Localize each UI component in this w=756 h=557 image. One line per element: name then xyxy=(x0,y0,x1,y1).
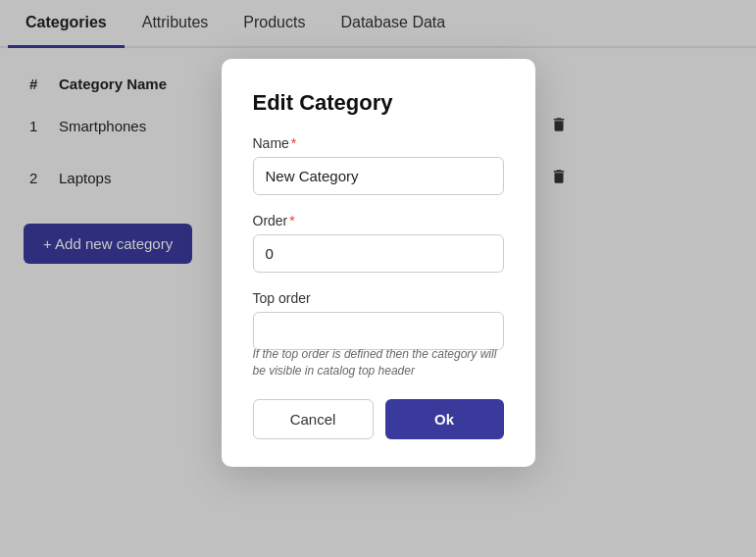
order-input[interactable] xyxy=(253,234,504,273)
order-required-star: * xyxy=(289,213,294,228)
top-order-hint: If the top order is defined then the cat… xyxy=(253,346,504,380)
modal-actions: Cancel Ok xyxy=(253,399,504,439)
name-input[interactable] xyxy=(253,157,504,195)
order-label: Order* xyxy=(253,213,504,228)
cancel-button[interactable]: Cancel xyxy=(253,399,374,439)
name-required-star: * xyxy=(291,135,296,151)
name-label: Name* xyxy=(253,135,504,151)
edit-category-modal: Edit Category Name* Order* Top order If … xyxy=(222,59,535,467)
top-order-input[interactable] xyxy=(253,312,504,350)
main-area: Categories Attributes Products Database … xyxy=(0,0,756,557)
ok-button[interactable]: Ok xyxy=(385,399,504,439)
modal-title: Edit Category xyxy=(253,90,504,116)
top-order-label: Top order xyxy=(253,290,504,306)
modal-overlay: Edit Category Name* Order* Top order If … xyxy=(0,0,756,557)
